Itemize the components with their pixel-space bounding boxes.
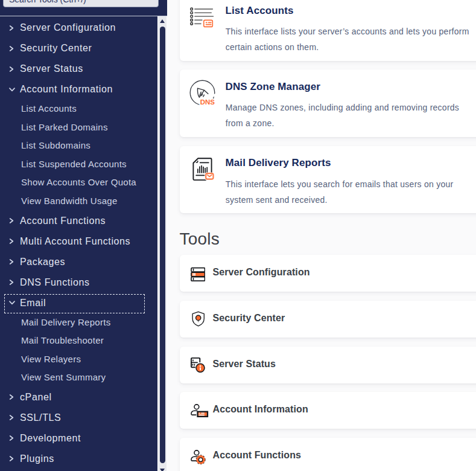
svg-text:DNS: DNS [200,98,215,105]
